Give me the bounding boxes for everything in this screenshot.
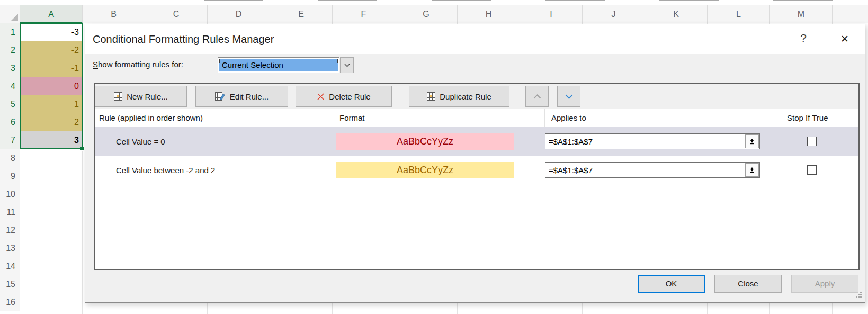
row-header-8[interactable]: 8	[0, 149, 20, 167]
row-header-3[interactable]: 3	[0, 59, 20, 77]
rules-table-header: Rule (applied in order shown) Format App…	[95, 109, 858, 127]
row-header-15[interactable]: 15	[0, 275, 20, 293]
row-header-2[interactable]: 2	[0, 41, 20, 59]
header-stop-if-true: Stop If True	[781, 109, 858, 127]
close-button[interactable]: Close	[714, 275, 782, 293]
dropdown-value-field[interactable]: Current Selection	[218, 57, 339, 73]
excel-window: A B C D E F G H I J K L M 1 2 3 4 5 6 7 …	[0, 0, 868, 314]
column-header-g[interactable]: G	[395, 5, 458, 23]
column-headers: A B C D E F G H I J K L M	[20, 5, 868, 23]
table-icon	[427, 92, 435, 101]
applies-to-input[interactable]	[545, 133, 760, 149]
chevron-down-icon	[565, 94, 573, 99]
row-header-9[interactable]: 9	[0, 167, 20, 185]
help-icon[interactable]: ?	[797, 32, 810, 47]
delete-rule-button[interactable]: Delete Rule	[296, 86, 392, 107]
resize-grip-icon	[855, 291, 862, 298]
show-rules-label-mnemonic: S	[93, 60, 98, 69]
row-header-6[interactable]: 6	[0, 113, 20, 131]
row-header-14[interactable]: 14	[0, 257, 20, 275]
dialog-title: Conditional Formatting Rules Manager	[93, 24, 274, 54]
cf-rules-manager-dialog: Conditional Formatting Rules Manager ? ✕…	[85, 24, 865, 303]
column-header-i[interactable]: I	[520, 5, 583, 23]
close-icon[interactable]: ✕	[837, 32, 852, 47]
ok-button[interactable]: OK	[638, 275, 705, 293]
select-all-triangle-icon	[11, 14, 18, 21]
collapse-range-icon	[748, 166, 756, 174]
format-preview: AaBbCcYyZz	[336, 162, 514, 178]
column-header-m[interactable]: M	[770, 5, 833, 23]
row-header-7[interactable]: 7	[0, 131, 20, 149]
applies-to-input[interactable]	[545, 162, 760, 178]
column-header-d[interactable]: D	[208, 5, 270, 23]
edit-table-pencil-icon	[215, 92, 226, 101]
rule-format-cell: AaBbCcYyZz	[334, 162, 545, 178]
row-header-10[interactable]: 10	[0, 185, 20, 203]
rule-description: Cell Value between -2 and 2	[95, 166, 334, 175]
formula-bar-edge	[0, 0, 868, 5]
header-applies-to: Applies to	[545, 109, 781, 127]
table-icon	[114, 92, 122, 101]
header-format: Format	[334, 109, 545, 127]
rule-description: Cell Value = 0	[95, 137, 334, 146]
row-header-13[interactable]: 13	[0, 239, 20, 257]
rule-row-1[interactable]: Cell Value = 0 AaBbCcYyZz	[95, 127, 858, 156]
rules-box: New Rule... Edit Rule... Delete Rule Dup…	[94, 83, 860, 270]
show-rules-dropdown[interactable]: Current Selection	[218, 57, 354, 73]
rule-format-cell: AaBbCcYyZz	[334, 133, 545, 150]
column-header-b[interactable]: B	[83, 5, 145, 23]
move-rule-down-button[interactable]	[557, 86, 580, 107]
select-all-button[interactable]	[0, 5, 20, 23]
stop-if-true-checkbox[interactable]	[807, 137, 817, 146]
fill-handle[interactable]	[80, 147, 84, 151]
duplicate-rule-button[interactable]: Duplicate Rule	[409, 86, 509, 107]
rule-row-2[interactable]: Cell Value between -2 and 2 AaBbCcYyZz	[95, 156, 858, 184]
column-header-h[interactable]: H	[458, 5, 520, 23]
apply-button[interactable]: Apply	[791, 275, 858, 293]
chevron-down-icon	[344, 64, 350, 67]
row-header-12[interactable]: 12	[0, 221, 20, 239]
new-rule-button[interactable]: New Rule...	[95, 86, 187, 107]
column-header-k[interactable]: K	[645, 5, 708, 23]
column-header-j[interactable]: J	[583, 5, 645, 23]
red-x-icon	[317, 93, 325, 101]
dialog-titlebar: Conditional Formatting Rules Manager ? ✕	[85, 24, 865, 54]
stop-if-true-checkbox[interactable]	[807, 165, 817, 175]
rule-applies-cell	[545, 162, 781, 178]
resize-grip[interactable]	[855, 291, 862, 300]
selection-border	[20, 23, 83, 149]
edit-rule-label: Edit Rule...	[230, 92, 269, 101]
rule-stop-cell	[781, 137, 858, 146]
row-header-4[interactable]: 4	[0, 77, 20, 95]
dropdown-arrow-button[interactable]	[340, 57, 354, 73]
new-rule-label: New Rule...	[127, 92, 168, 101]
column-header-l[interactable]: L	[708, 5, 770, 23]
rule-applies-cell	[545, 133, 781, 149]
decor-marks	[204, 0, 868, 1]
rule-stop-cell	[781, 165, 858, 175]
dropdown-selected-value: Current Selection	[219, 59, 338, 71]
row-header-5[interactable]: 5	[0, 95, 20, 113]
delete-rule-label: Delete Rule	[329, 92, 370, 101]
edit-rule-button[interactable]: Edit Rule...	[195, 86, 288, 107]
row-header-1[interactable]: 1	[0, 23, 20, 41]
column-header-f[interactable]: F	[333, 5, 395, 23]
show-rules-label: Show formatting rules for:	[93, 60, 183, 69]
format-preview: AaBbCcYyZz	[336, 133, 514, 150]
chevron-up-icon	[533, 94, 541, 99]
row-header-16[interactable]: 16	[0, 293, 20, 311]
collapse-dialog-button[interactable]	[745, 163, 759, 177]
column-header-a[interactable]: A	[20, 5, 83, 23]
column-header-e[interactable]: E	[270, 5, 333, 23]
column-header-c[interactable]: C	[145, 5, 208, 23]
duplicate-rule-label: Duplicate Rule	[440, 92, 491, 101]
collapse-range-icon	[748, 138, 756, 145]
column-header-partial[interactable]	[833, 5, 868, 23]
move-rule-up-button[interactable]	[525, 86, 549, 107]
header-rule: Rule (applied in order shown)	[95, 109, 334, 127]
row-headers: 1 2 3 4 5 6 7 8 9 10 11 12 13 14 15 16	[0, 23, 20, 311]
collapse-dialog-button[interactable]	[745, 134, 759, 148]
rules-toolbar: New Rule... Edit Rule... Delete Rule Dup…	[95, 84, 858, 109]
show-rules-label-rest: how formatting rules for:	[98, 60, 183, 69]
row-header-11[interactable]: 11	[0, 203, 20, 221]
